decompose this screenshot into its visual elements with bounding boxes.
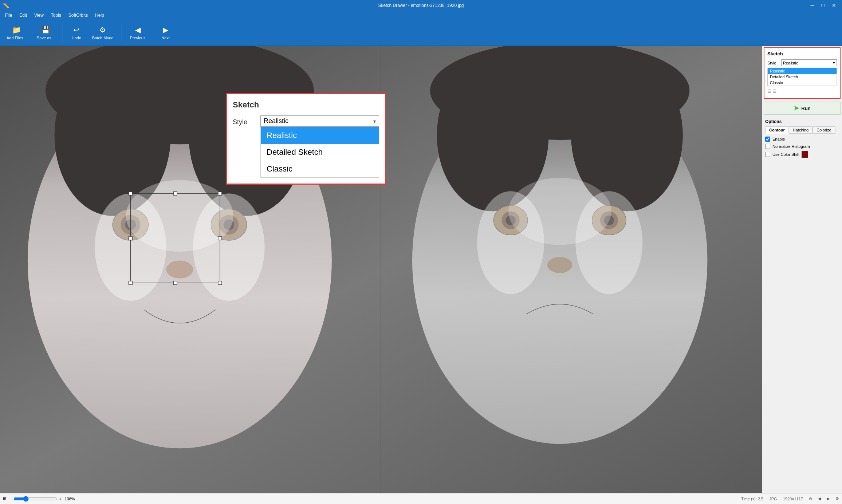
minimize-button[interactable]: ─ <box>808 2 817 9</box>
tab-contour[interactable]: Contour <box>765 126 789 134</box>
enable-label: Enable <box>772 137 785 141</box>
separator-2 <box>122 24 122 42</box>
dialog-style-row: Style Realistic ▾ Realistic Detailed Ske… <box>233 115 379 178</box>
normalize-checkbox[interactable] <box>765 144 770 149</box>
svg-rect-22 <box>173 281 177 285</box>
main-content: Sketch Style Realistic ▾ Realistic Detai… <box>0 46 842 493</box>
small-dropdown-options: Realistic Detailed Sketch Classic <box>767 68 837 86</box>
normalize-row: Normalize Histogram <box>765 144 839 149</box>
svg-point-35 <box>547 257 573 273</box>
style-row-small: Style Realistic ▾ <box>767 59 837 66</box>
svg-point-11 <box>166 260 193 278</box>
menu-edit[interactable]: Edit <box>16 12 31 19</box>
normalize-label: Normalize Histogram <box>772 144 810 149</box>
next-button[interactable]: ▶ Next <box>156 24 174 42</box>
undo-icon: ↩ <box>73 25 79 34</box>
tab-colorize[interactable]: Colorize <box>813 126 835 134</box>
dialog-style-dropdown[interactable]: Realistic ▾ <box>260 115 379 127</box>
close-button[interactable]: ✕ <box>829 2 839 9</box>
nav-buttons: ◀ Previous ▶ Next <box>126 24 175 42</box>
save-button[interactable]: 💾 Save as... <box>33 24 58 42</box>
style-label-small: Style <box>767 61 778 65</box>
menu-file[interactable]: File <box>1 12 16 19</box>
run-label: Run <box>801 106 810 111</box>
sketch-dialog: Sketch Style Realistic ▾ Realistic Detai… <box>226 93 386 185</box>
small-option-detailed[interactable]: Detailed Sketch <box>768 74 837 80</box>
settings-nav-icon[interactable]: ⚙ <box>835 496 839 501</box>
save-icon: 💾 <box>41 25 50 34</box>
toolbar: 📁 Add Files... 💾 Save as... ↩ Undo ⚙ Bat… <box>0 20 842 46</box>
svg-rect-20 <box>218 236 222 240</box>
previous-label: Previous <box>130 36 146 40</box>
status-bar: ⊞ − + 108% Time (s): 2.5 JPG 1920×1117 ⊙… <box>0 493 842 504</box>
menu-softorbits[interactable]: SoftOrbits <box>65 12 91 19</box>
zoom-control: − + <box>9 496 62 502</box>
sliders-row: ≡ ≡ <box>767 87 837 95</box>
menu-view[interactable]: View <box>31 12 47 19</box>
next-nav-icon[interactable]: ▶ <box>827 496 830 501</box>
add-files-button[interactable]: 📁 Add Files... <box>3 24 30 42</box>
zoom-slider[interactable] <box>13 496 57 502</box>
next-icon: ▶ <box>163 25 168 34</box>
batch-label: Batch Mode <box>92 36 114 40</box>
dialog-option-detailed[interactable]: Detailed Sketch <box>261 144 379 161</box>
zoom-in-button[interactable]: + <box>59 496 62 502</box>
dialog-option-realistic[interactable]: Realistic <box>261 127 379 144</box>
svg-rect-23 <box>218 281 222 285</box>
color-shift-checkbox[interactable] <box>765 152 770 157</box>
separator-1 <box>63 24 63 42</box>
previous-button[interactable]: ◀ Previous <box>126 24 149 42</box>
status-right: Time (s): 2.5 JPG 1920×1117 ⊙ ◀ ▶ ⚙ <box>741 496 839 501</box>
undo-button[interactable]: ↩ Undo <box>67 24 86 42</box>
window-title: Sketch Drawer - emotions-371238_1920.jpg <box>378 3 464 8</box>
home-icon[interactable]: ⊙ <box>809 496 812 501</box>
zoom-out-button[interactable]: − <box>9 496 12 502</box>
menu-help[interactable]: Help <box>91 12 108 19</box>
batch-mode-button[interactable]: ⚙ Batch Mode <box>88 24 117 42</box>
svg-point-14 <box>126 180 233 251</box>
color-shift-row: Use Color Shift <box>765 151 839 158</box>
run-button[interactable]: ➤ Run <box>764 102 841 115</box>
style-dropdown-small[interactable]: Realistic ▾ <box>781 59 837 66</box>
svg-point-38 <box>508 178 611 245</box>
svg-rect-21 <box>129 281 132 285</box>
options-title: Options <box>765 119 839 124</box>
small-option-classic[interactable]: Classic <box>768 80 837 86</box>
previous-icon: ◀ <box>135 25 141 34</box>
app-icon: ✏️ <box>3 3 9 8</box>
enable-row: Enable <box>765 137 839 142</box>
time-label: Time (s): 2.5 <box>741 497 763 501</box>
sketch-panel-small: Sketch Style Realistic ▾ Realistic Detai… <box>764 47 841 99</box>
status-left: ⊞ − + 108% <box>3 496 75 502</box>
sliders-icon: ≡ <box>767 87 771 95</box>
format-label: JPG <box>769 497 777 501</box>
dialog-dropdown-container: Realistic ▾ Realistic Detailed Sketch Cl… <box>260 115 379 178</box>
title-bar: ✏️ Sketch Drawer - emotions-371238_1920.… <box>0 0 842 11</box>
tab-hatching[interactable]: Hatching <box>789 126 813 134</box>
menu-tools[interactable]: Tools <box>47 12 65 19</box>
dimensions-label: 1920×1117 <box>783 497 803 501</box>
fit-icon: ⊞ <box>3 496 6 501</box>
dropdown-caret-icon: ▾ <box>373 118 376 124</box>
dialog-option-classic[interactable]: Classic <box>261 161 379 177</box>
zoom-value: 108% <box>64 497 75 501</box>
window-controls: ─ □ ✕ <box>808 2 839 9</box>
dialog-title: Sketch <box>233 100 379 110</box>
enable-checkbox[interactable] <box>765 137 770 142</box>
small-option-realistic[interactable]: Realistic <box>768 68 837 74</box>
dialog-options: Realistic Detailed Sketch Classic <box>260 127 379 178</box>
add-files-label: Add Files... <box>7 36 27 40</box>
color-swatch[interactable] <box>802 151 808 158</box>
svg-rect-18 <box>218 192 222 195</box>
next-label: Next <box>161 36 170 40</box>
add-files-icon: 📁 <box>12 25 21 34</box>
options-tabs: Contour Hatching Colorize <box>765 126 839 134</box>
prev-nav-icon[interactable]: ◀ <box>818 496 821 501</box>
batch-icon: ⚙ <box>99 25 106 34</box>
dropdown-arrow-small: ▾ <box>833 60 835 65</box>
maximize-button[interactable]: □ <box>819 2 827 9</box>
svg-rect-19 <box>129 236 132 240</box>
undo-label: Undo <box>72 36 81 40</box>
svg-rect-16 <box>129 192 132 195</box>
color-shift-label: Use Color Shift <box>772 152 799 157</box>
